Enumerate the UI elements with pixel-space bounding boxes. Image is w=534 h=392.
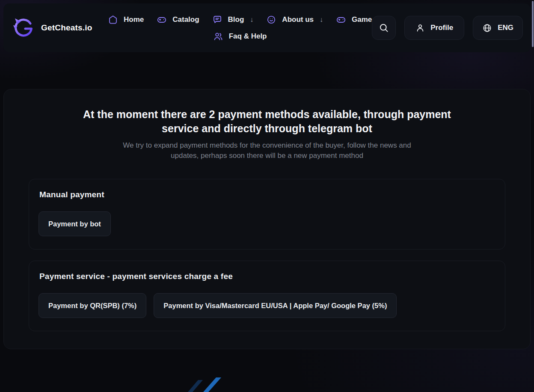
language-button[interactable]: ENG [473,16,523,40]
page-subtitle: We try to expand payment methods for the… [117,140,417,161]
payment-buttons-row: Payment by QR(SPB) (7%) Payment by Visa/… [39,293,495,318]
users-icon [213,31,223,42]
section-heading: Manual payment [39,190,495,199]
footer-logo-partial [185,377,233,392]
payment-buttons-row: Payment by bot [39,211,495,236]
brand[interactable]: GetCheats.io [12,16,110,39]
main-nav: Home Catalog [110,15,370,42]
nav-item-about-us[interactable]: About us ↓ [266,15,323,25]
home-icon [108,15,118,25]
search-icon [379,23,389,33]
gamepad-icon [336,15,346,25]
nav-item-label: Catalog [172,15,199,24]
nav-item-faq-help[interactable]: Faq & Help [213,31,267,42]
header-actions: Profile ENG [372,16,523,40]
nav-item-home[interactable]: Home [108,15,144,25]
globe-icon [482,23,492,33]
nav-item-label: Faq & Help [229,32,267,41]
profile-button-label: Profile [430,24,453,32]
payment-qr-spb-button[interactable]: Payment by QR(SPB) (7%) [39,293,146,318]
payment-methods-card: At the moment there are 2 payment method… [3,89,531,349]
page: GetCheats.io Home [0,0,534,392]
search-button[interactable] [372,16,396,40]
page-title: At the moment there are 2 payment method… [68,107,466,136]
gamepad-icon [157,15,167,25]
nav-item-blog[interactable]: Blog ↓ [212,15,254,25]
manual-payment-section: Manual payment Payment by bot [29,179,505,249]
nav-item-label: About us [282,15,314,24]
nav-row-2: Faq & Help [213,31,267,42]
payment-by-bot-button[interactable]: Payment by bot [39,211,111,236]
brand-logo-icon [12,16,35,39]
nav-row-1: Home Catalog [108,15,372,25]
nav-item-game[interactable]: Game [336,15,372,25]
nav-item-label: Home [124,15,144,24]
payment-service-section: Payment service - payment services charg… [29,261,505,331]
nav-item-label: Game [352,15,372,24]
profile-button[interactable]: Profile [404,16,464,40]
profile-icon [415,23,425,33]
blog-icon [212,15,222,25]
nav-item-catalog[interactable]: Catalog [157,15,199,25]
chevron-down-icon: ↓ [250,16,253,24]
chevron-down-icon: ↓ [320,16,323,24]
nav-item-label: Blog [228,15,244,24]
brand-name: GetCheats.io [41,23,92,33]
about-icon [266,15,276,25]
language-button-label: ENG [498,24,513,32]
section-heading: Payment service - payment services charg… [39,272,495,281]
payment-card-applepay-button[interactable]: Payment by Visa/Mastercard EU/USA | Appl… [154,293,397,318]
scrollbar[interactable] [532,1,534,47]
header: GetCheats.io Home [3,3,531,52]
